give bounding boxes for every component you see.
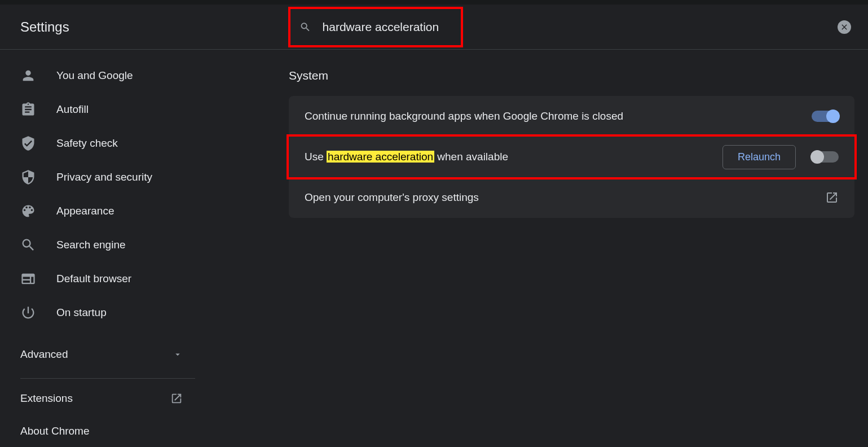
security-icon [20, 169, 36, 185]
window-strip [0, 0, 868, 5]
open-in-new-icon [825, 191, 839, 204]
sidebar-item-default-browser[interactable]: Default browser [0, 262, 214, 296]
search-engine-icon [20, 237, 36, 253]
appearance-icon [20, 203, 36, 219]
main-content: System Continue running background apps … [214, 50, 868, 447]
sidebar-item-appearance[interactable]: Appearance [0, 194, 214, 228]
sidebar-item-extensions[interactable]: Extensions [0, 382, 203, 415]
startup-icon [20, 305, 36, 321]
sidebar-item-label: Privacy and security [56, 171, 152, 183]
sidebar-item-label: Safety check [56, 137, 118, 150]
setting-label: Open your computer's proxy settings [305, 191, 479, 204]
safety-check-icon [20, 135, 36, 151]
section-title: System [289, 69, 854, 82]
autofill-icon [20, 102, 36, 117]
sidebar-about-label: About Chrome [20, 425, 90, 437]
header-bar: Settings [0, 5, 868, 50]
setting-label: Use hardware acceleration when available [305, 151, 508, 163]
clear-search-button[interactable] [838, 20, 851, 34]
sidebar-item-label: You and Google [56, 69, 133, 82]
chevron-down-icon [173, 349, 183, 360]
sidebar-item-label: Search engine [56, 239, 126, 251]
hardware-acceleration-toggle[interactable] [812, 151, 839, 163]
setting-row-proxy[interactable]: Open your computer's proxy settings [289, 177, 854, 218]
sidebar-item-autofill[interactable]: Autofill [0, 93, 214, 126]
setting-row-hardware-acceleration: Use hardware acceleration when available… [287, 134, 857, 179]
search-highlight: hardware acceleration [327, 151, 434, 163]
search-box[interactable] [288, 7, 463, 47]
close-icon [840, 23, 849, 32]
setting-row-background-apps: Continue running background apps when Go… [289, 96, 854, 137]
search-input[interactable] [323, 20, 461, 34]
system-settings-card: Continue running background apps when Go… [289, 96, 854, 218]
sidebar-extensions-label: Extensions [20, 392, 73, 405]
setting-label-post: when available [434, 151, 508, 163]
page-title: Settings [20, 19, 288, 35]
sidebar-advanced-label: Advanced [20, 348, 68, 361]
sidebar-item-search-engine[interactable]: Search engine [0, 228, 214, 262]
setting-label-pre: Use [305, 151, 327, 163]
person-icon [20, 68, 36, 84]
sidebar-item-label: On startup [56, 306, 107, 319]
sidebar-item-you-and-google[interactable]: You and Google [0, 59, 214, 93]
sidebar: You and Google Autofill Safety check Pri… [0, 50, 214, 447]
sidebar-item-label: Default browser [56, 273, 131, 285]
sidebar-item-safety-check[interactable]: Safety check [0, 126, 214, 160]
sidebar-item-label: Autofill [56, 103, 89, 116]
setting-label: Continue running background apps when Go… [305, 110, 623, 122]
sidebar-item-label: Appearance [56, 205, 114, 217]
sidebar-item-privacy[interactable]: Privacy and security [0, 160, 214, 194]
search-icon [299, 20, 311, 34]
sidebar-item-about[interactable]: About Chrome [0, 415, 214, 447]
open-in-new-icon [170, 392, 183, 405]
relaunch-button[interactable]: Relaunch [722, 145, 796, 169]
sidebar-item-on-startup[interactable]: On startup [0, 296, 214, 330]
sidebar-divider [20, 378, 195, 379]
default-browser-icon [20, 271, 36, 287]
background-apps-toggle[interactable] [812, 111, 839, 122]
sidebar-advanced-toggle[interactable]: Advanced [0, 338, 203, 371]
